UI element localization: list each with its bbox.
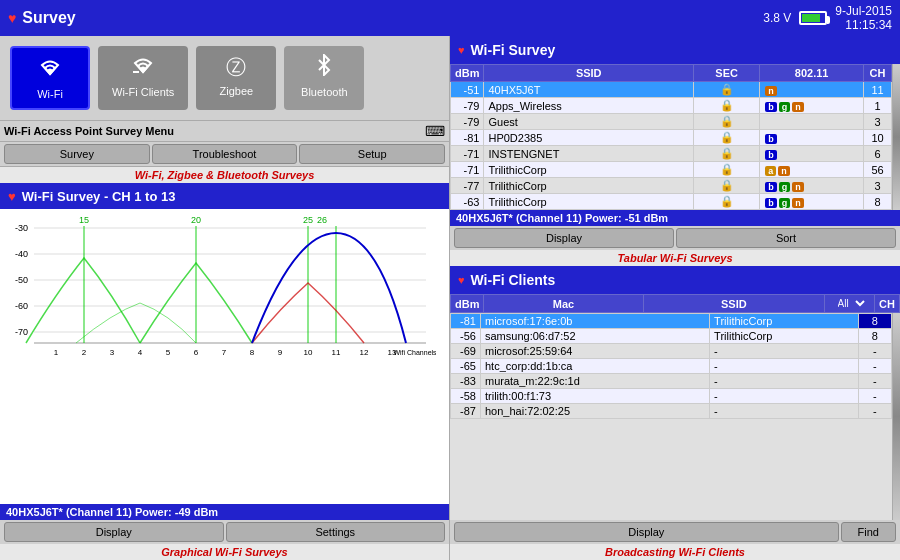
- clients-table-scroll[interactable]: -81 microsof:17:6e:0b TrilithicCorp 8 -5…: [450, 313, 892, 520]
- dbm-cell: -79: [451, 98, 484, 114]
- clients-table-body-container: -81 microsof:17:6e:0b TrilithicCorp 8 -5…: [450, 313, 900, 520]
- dbm-cell: -83: [451, 374, 481, 389]
- battery-indicator: [799, 11, 827, 25]
- wifi-button[interactable]: Wi-Fi: [10, 46, 90, 110]
- chart-settings-btn[interactable]: Settings: [226, 522, 446, 542]
- ssid-cell: -: [710, 359, 858, 374]
- mac-cell: microsof:25:59:64: [481, 344, 710, 359]
- wifi-survey-table-container: dBm SSID SEC 802.11 CH -51 4: [450, 64, 900, 210]
- chart-area: -30 -40 -50 -60 -70 1 2 3: [0, 209, 449, 504]
- ssid-cell: -: [710, 389, 858, 404]
- table-row[interactable]: -81 microsof:17:6e:0b TrilithicCorp 8: [451, 314, 892, 329]
- dbm-cell: -77: [451, 178, 484, 194]
- chart-title: Wi-Fi Survey - CH 1 to 13: [22, 189, 176, 204]
- clients-scrollbar[interactable]: [892, 313, 900, 520]
- ch-cell: 11: [864, 82, 892, 98]
- clients-header-table: dBm Mac SSID All CH: [450, 294, 900, 313]
- table-row[interactable]: -65 htc_corp:dd:1b:ca - -: [451, 359, 892, 374]
- ssid-cell: -: [710, 344, 858, 359]
- table-row[interactable]: -83 murata_m:22:9c:1d - -: [451, 374, 892, 389]
- device-buttons-area: Wi-Fi Wi-Fi Clients Ⓩ Zigb: [0, 36, 449, 121]
- col-802: 802.11: [760, 65, 864, 82]
- ssid-cell: INSTENGNET: [484, 146, 694, 162]
- ch-cell: 10: [864, 130, 892, 146]
- wifi-sort-btn[interactable]: Sort: [676, 228, 896, 248]
- svg-text:25: 25: [303, 215, 313, 225]
- clients-heart-icon: ♥: [458, 274, 465, 286]
- table-row[interactable]: -79 Guest 🔒 3: [451, 114, 892, 130]
- zigbee-button[interactable]: Ⓩ Zigbee: [196, 46, 276, 110]
- col-dbm: dBm: [451, 65, 484, 82]
- dbm-cell: -71: [451, 162, 484, 178]
- wifi-clients-section: ♥ Wi-Fi Clients dBm Mac SSID: [450, 266, 900, 560]
- svg-text:8: 8: [250, 348, 255, 357]
- col-sec: SEC: [694, 65, 760, 82]
- right-table-scrollbar[interactable]: [892, 64, 900, 210]
- table-row[interactable]: -71 INSTENGNET 🔒 b 6: [451, 146, 892, 162]
- table-row[interactable]: -87 hon_hai:72:02:25 - -: [451, 404, 892, 419]
- dbm-cell: -81: [451, 130, 484, 146]
- table-row[interactable]: -77 TrilithicCorp 🔒 bgn 3: [451, 178, 892, 194]
- sec-cell: 🔒: [694, 130, 760, 146]
- ssid-cell: -: [710, 374, 858, 389]
- table-row[interactable]: -56 samsung:06:d7:52 TrilithicCorp 8: [451, 329, 892, 344]
- zigbee-icon: Ⓩ: [226, 54, 246, 81]
- setup-menu-btn[interactable]: Setup: [299, 144, 445, 164]
- table-row[interactable]: -79 Apps_Wireless 🔒 bgn 1: [451, 98, 892, 114]
- chart-action-bar: Display Settings: [0, 520, 449, 544]
- clients-table-header: dBm Mac SSID All CH: [450, 294, 900, 313]
- svg-text:3: 3: [110, 348, 115, 357]
- sec-cell: 🔒: [694, 162, 760, 178]
- ssid-cell: Guest: [484, 114, 694, 130]
- dbm-cell: -65: [451, 359, 481, 374]
- wifi-clients-button[interactable]: Wi-Fi Clients: [98, 46, 188, 110]
- ch-cell: 3: [864, 114, 892, 130]
- clients-col-all[interactable]: All: [825, 295, 875, 313]
- chart-display-btn[interactable]: Display: [4, 522, 224, 542]
- sec-cell: 🔒: [694, 146, 760, 162]
- protocol-cell: b: [760, 146, 864, 162]
- ch-cell: 56: [864, 162, 892, 178]
- col-ssid: SSID: [484, 65, 694, 82]
- wifi-icon: [36, 56, 64, 84]
- table-row[interactable]: -51 40HX5J6T 🔒 n 11: [451, 82, 892, 98]
- table-row[interactable]: -69 microsof:25:59:64 - -: [451, 344, 892, 359]
- ssid-cell: TrilithicCorp: [710, 329, 858, 344]
- table-row[interactable]: -71 TrilithicCorp 🔒 an 56: [451, 162, 892, 178]
- ch-cell: 8: [858, 329, 891, 344]
- chart-header: ♥ Wi-Fi Survey - CH 1 to 13: [0, 183, 449, 209]
- chart-heart-icon: ♥: [8, 189, 16, 204]
- troubleshoot-menu-btn[interactable]: Troubleshoot: [152, 144, 298, 164]
- svg-text:12: 12: [360, 348, 369, 357]
- protocol-cell: bgn: [760, 98, 864, 114]
- clients-display-btn[interactable]: Display: [454, 522, 839, 542]
- table-row[interactable]: -58 trilith:00:f1:73 - -: [451, 389, 892, 404]
- zigbee-button-label: Zigbee: [220, 85, 254, 97]
- wifi-survey-table: dBm SSID SEC 802.11 CH -51 4: [450, 64, 892, 210]
- sec-cell: 🔒: [694, 194, 760, 210]
- wifi-survey-header: ♥ Wi-Fi Survey: [450, 36, 900, 64]
- menu-bar: Wi-Fi Access Point Survey Menu ⌨: [0, 121, 449, 142]
- table-row[interactable]: -81 HP0D2385 🔒 b 10: [451, 130, 892, 146]
- ssid-cell: TrilithicCorp: [710, 314, 858, 329]
- protocol-cell: bgn: [760, 194, 864, 210]
- app-header: ♥ Survey 3.8 V 9-Jul-2015 11:15:34: [0, 0, 900, 36]
- wifi-zigbee-bluetooth-label: Wi-Fi, Zigbee & Bluetooth Surveys: [0, 167, 449, 183]
- protocol-cell: [760, 114, 864, 130]
- bluetooth-icon: [313, 54, 335, 82]
- ssid-cell: Apps_Wireless: [484, 98, 694, 114]
- svg-text:-70: -70: [15, 327, 28, 337]
- wifi-survey-section: ♥ Wi-Fi Survey dBm SSID SEC 802.11: [450, 36, 900, 266]
- svg-text:6: 6: [194, 348, 199, 357]
- ssid-cell: TrilithicCorp: [484, 178, 694, 194]
- wifi-display-btn[interactable]: Display: [454, 228, 674, 248]
- svg-text:-40: -40: [15, 249, 28, 259]
- table-row[interactable]: -63 TrilithicCorp 🔒 bgn 8: [451, 194, 892, 210]
- survey-menu-btn[interactable]: Survey: [4, 144, 150, 164]
- clients-find-btn[interactable]: Find: [841, 522, 896, 542]
- wifi-clients-header: ♥ Wi-Fi Clients: [450, 266, 900, 294]
- bluetooth-button[interactable]: Bluetooth: [284, 46, 364, 110]
- clients-col-ssid: SSID: [643, 295, 825, 313]
- clients-filter-select[interactable]: All: [832, 297, 868, 310]
- ssid-cell: TrilithicCorp: [484, 162, 694, 178]
